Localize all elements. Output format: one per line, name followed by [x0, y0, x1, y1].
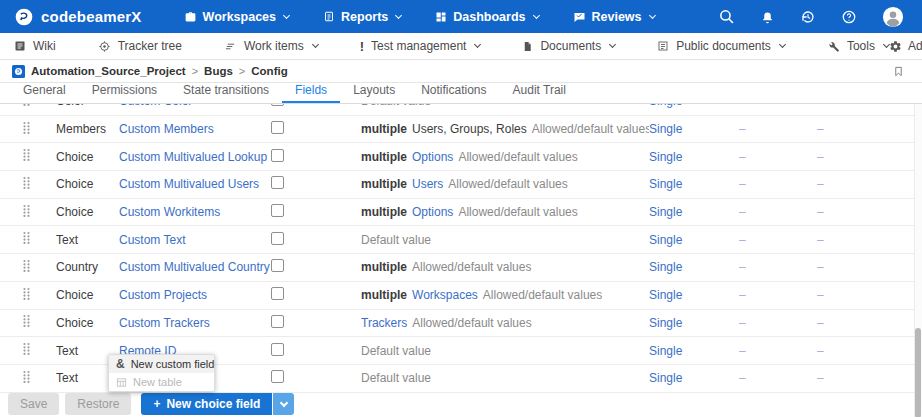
menu-label: Tracker tree [118, 39, 182, 53]
new-choice-field-dropdown-toggle[interactable] [273, 393, 294, 415]
field-type: Choice [56, 288, 119, 302]
checkbox[interactable] [271, 149, 284, 162]
chevron-down-icon [312, 41, 319, 48]
checkbox[interactable] [271, 176, 284, 189]
chevron-down-icon [609, 41, 616, 48]
desc-multiple-flag: multiple [361, 150, 407, 164]
menu-label: Documents [540, 39, 601, 53]
scrollbar-thumb[interactable] [915, 328, 921, 417]
restore-button[interactable]: Restore [65, 393, 131, 415]
field-name-link[interactable]: Custom Workitems [119, 205, 220, 219]
tab-audit-trail[interactable]: Audit Trail [500, 81, 579, 103]
drag-handle-icon[interactable] [22, 121, 31, 135]
bookmark-icon[interactable] [893, 65, 904, 78]
field-name-link[interactable]: Custom Projects [119, 288, 207, 302]
checkbox[interactable] [271, 259, 284, 272]
chevron-down-icon [779, 41, 786, 48]
menu-test-management[interactable]: !Test management [360, 39, 481, 53]
menu-item-new-table[interactable]: New table [109, 373, 214, 391]
breadcrumb-item-bugs[interactable]: Bugs [204, 65, 233, 77]
notifications-icon[interactable] [760, 9, 775, 25]
help-icon[interactable] [841, 9, 857, 25]
breadcrumb-separator: > [239, 65, 245, 77]
field-name-link[interactable]: Custom Members [119, 122, 214, 136]
entity-link[interactable]: Workspaces [412, 288, 478, 302]
menu-work-items[interactable]: Work items [224, 39, 318, 53]
brand[interactable]: codebeamerX [14, 7, 142, 27]
drag-handle-icon[interactable] [22, 287, 31, 301]
entity-link[interactable]: Users [412, 177, 443, 191]
entity-link[interactable]: Options [412, 150, 453, 164]
checkbox[interactable] [271, 370, 284, 383]
tab-state-transitions[interactable]: State transitions [170, 81, 282, 103]
single-link[interactable]: Single [649, 104, 739, 108]
breadcrumb-item-automation-source-project[interactable]: Automation_Source_Project [31, 65, 186, 77]
field-type: Choice [56, 177, 119, 191]
single-link[interactable]: Single [649, 205, 739, 219]
topbar-menu-reports[interactable]: Reports [323, 10, 401, 24]
drag-handle-icon[interactable] [22, 231, 31, 245]
single-link[interactable]: Single [649, 316, 739, 330]
drag-handle-icon[interactable] [22, 176, 31, 190]
menu-tools[interactable]: Tools [827, 39, 889, 53]
save-button[interactable]: Save [8, 393, 59, 415]
single-link[interactable]: Single [649, 177, 739, 191]
menu-public-documents[interactable]: Public documents [657, 39, 785, 53]
tab-notifications[interactable]: Notifications [408, 81, 499, 103]
checkbox[interactable] [271, 287, 284, 300]
checkbox[interactable] [271, 204, 284, 217]
menu-wiki[interactable]: Wiki [14, 39, 56, 53]
drag-handle-icon[interactable] [22, 259, 31, 273]
table-row: ColorCustom ColorDefault valueSingle [0, 104, 922, 116]
search-icon[interactable] [718, 8, 735, 25]
avatar[interactable] [882, 6, 904, 28]
single-link[interactable]: Single [649, 288, 739, 302]
field-name-link[interactable]: Custom Text [119, 233, 185, 247]
field-name-link[interactable]: Custom Color [119, 104, 192, 108]
topbar-menu-dashboards[interactable]: Dashboards [435, 10, 538, 24]
vertical-scrollbar[interactable] [914, 104, 922, 417]
field-name-link[interactable]: Custom Multivalued Country [119, 260, 270, 274]
menu-item-new-custom-field[interactable]: &New custom field [109, 355, 214, 373]
menu-documents[interactable]: Documents [522, 39, 615, 53]
desc-multiple-flag: multiple [361, 260, 407, 274]
single-link[interactable]: Single [649, 122, 739, 136]
menu-label: Tools [847, 39, 875, 53]
drag-handle-icon[interactable] [22, 204, 31, 218]
field-name-link[interactable]: Custom Trackers [119, 316, 210, 330]
drag-handle-icon[interactable] [22, 314, 31, 328]
field-name-link[interactable]: Custom Multivalued Users [119, 177, 259, 191]
field-name-link[interactable]: Custom Multivalued Lookup [119, 150, 267, 164]
single-link[interactable]: Single [649, 260, 739, 274]
entity-link[interactable]: Options [412, 205, 453, 219]
topbar-menu-workspaces[interactable]: Workspaces [184, 10, 289, 24]
checkbox[interactable] [271, 315, 284, 328]
entity-link[interactable]: Trackers [361, 316, 407, 330]
drag-handle-icon[interactable] [22, 342, 31, 356]
checkbox[interactable] [271, 232, 284, 245]
desc-hint: Allowed/default values [412, 260, 531, 274]
checkbox[interactable] [271, 104, 284, 106]
single-link[interactable]: Single [649, 371, 739, 385]
dash-value: – [817, 288, 922, 302]
drag-handle-icon[interactable] [22, 370, 31, 384]
single-link[interactable]: Single [649, 150, 739, 164]
tab-layouts[interactable]: Layouts [340, 81, 408, 103]
drag-handle-icon[interactable] [22, 104, 31, 107]
history-icon[interactable] [800, 9, 816, 25]
chevron-down-icon [280, 399, 288, 407]
checkbox[interactable] [271, 121, 284, 134]
field-description: multipleWorkspacesAllowed/default values [361, 288, 649, 302]
topbar-menu-reviews[interactable]: Reviews [573, 10, 655, 24]
menu-tracker-tree[interactable]: Tracker tree [98, 39, 182, 53]
single-link[interactable]: Single [649, 344, 739, 358]
checkbox[interactable] [271, 343, 284, 356]
single-link[interactable]: Single [649, 233, 739, 247]
breadcrumb-item-config[interactable]: Config [251, 65, 287, 77]
tab-permissions[interactable]: Permissions [79, 81, 170, 103]
tab-fields[interactable]: Fields [282, 81, 340, 103]
tab-general[interactable]: General [10, 81, 79, 103]
admin-menu[interactable]: Admin [889, 39, 922, 53]
drag-handle-icon[interactable] [22, 148, 31, 162]
new-choice-field-button[interactable]: + New choice field [141, 393, 272, 415]
